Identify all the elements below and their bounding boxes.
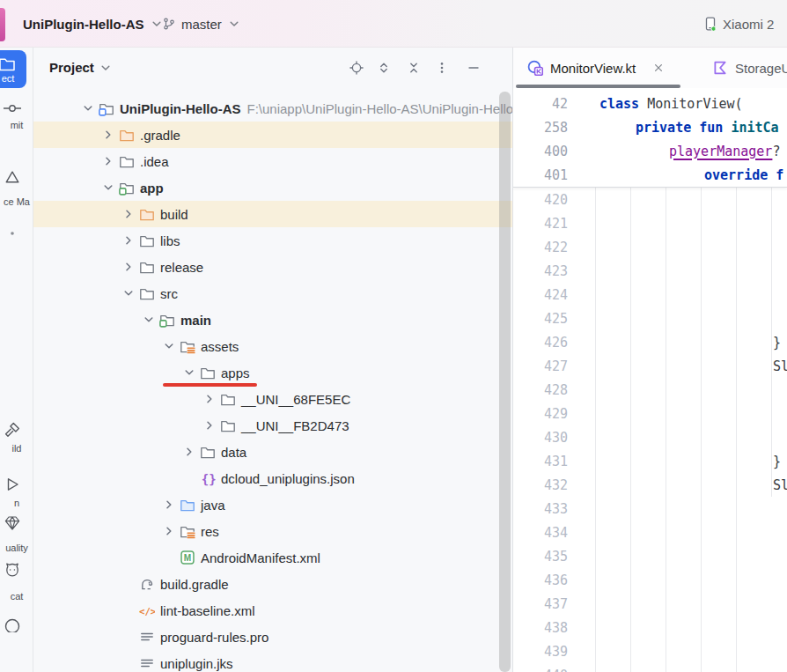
code-line-421[interactable]: 421: [513, 211, 787, 235]
tree-row-UniPlugin-Hello-AS[interactable]: UniPlugin-Hello-ASF:\uniapp\UniPlugin-He…: [33, 95, 512, 122]
editor-tab-MonitorView.kt[interactable]: MonitorView.kt: [515, 48, 666, 88]
tree-row-assets[interactable]: assets: [33, 333, 512, 359]
line-number[interactable]: 432: [513, 477, 568, 493]
code-line-401[interactable]: 401override f: [513, 163, 787, 187]
editor-tab-StorageUtils.k[interactable]: StorageUtils.k: [700, 48, 787, 88]
chevron-collapsed-icon[interactable]: [121, 260, 136, 274]
line-number[interactable]: 439: [513, 644, 568, 660]
code-line-400[interactable]: 400playerManager?: [513, 139, 787, 163]
tree-row-res[interactable]: res: [33, 518, 512, 544]
line-number[interactable]: 420: [513, 192, 568, 208]
line-number[interactable]: 421: [513, 216, 568, 232]
code-line-422[interactable]: 422: [513, 235, 787, 259]
code-line-258[interactable]: 258private fun initCa: [513, 115, 787, 139]
tree-row-.gradle[interactable]: .gradle: [33, 122, 512, 148]
panel-options-button[interactable]: [435, 61, 449, 75]
chevron-collapsed-icon[interactable]: [101, 154, 115, 168]
line-number[interactable]: 428: [513, 382, 568, 398]
tree-row-lint-baseline.xml[interactable]: </>lint-baseline.xml: [33, 597, 512, 624]
chevron-expanded-icon[interactable]: [121, 286, 136, 300]
line-number[interactable]: 426: [513, 335, 568, 351]
tree-row-main[interactable]: main: [33, 306, 512, 333]
chevron-expanded-icon[interactable]: [162, 339, 176, 353]
line-number[interactable]: 430: [513, 430, 568, 446]
branch-selector[interactable]: master: [162, 0, 241, 48]
code-line-42[interactable]: 42class MonitorView(: [513, 92, 787, 115]
chevron-collapsed-icon[interactable]: [162, 498, 176, 512]
tree-row-java[interactable]: java: [33, 491, 512, 518]
line-number[interactable]: 429: [513, 406, 568, 422]
line-number[interactable]: 401: [513, 167, 568, 183]
stripe-item-project[interactable]: ect: [0, 50, 26, 88]
line-number[interactable]: 425: [513, 311, 568, 327]
collapse-all-button[interactable]: [407, 61, 421, 75]
code-line-436[interactable]: 436: [513, 568, 787, 592]
line-number[interactable]: 438: [513, 620, 568, 636]
editor-body[interactable]: 420421422423424425426}427Sl428429430431}…: [513, 188, 787, 672]
code-line-426[interactable]: 426}: [513, 330, 787, 354]
chevron-collapsed-icon[interactable]: [202, 418, 217, 432]
line-number[interactable]: 422: [513, 240, 568, 255]
tree-row-.idea[interactable]: .idea: [33, 148, 512, 174]
chevron-collapsed-icon[interactable]: [101, 128, 115, 142]
code-line-427[interactable]: 427Sl: [513, 354, 787, 378]
chevron-collapsed-icon[interactable]: [121, 233, 136, 247]
line-number[interactable]: 424: [513, 287, 568, 303]
chevron-expanded-icon[interactable]: [182, 366, 196, 380]
chevron-collapsed-icon[interactable]: [121, 207, 136, 221]
code-line-439[interactable]: 439: [513, 639, 787, 663]
chevron-collapsed-icon[interactable]: [162, 524, 176, 538]
line-number[interactable]: 431: [513, 454, 568, 469]
code-line-431[interactable]: 431}: [513, 449, 787, 473]
chevron-expanded-icon[interactable]: [101, 181, 115, 195]
chevron-collapsed-icon[interactable]: [202, 392, 217, 406]
close-tab-icon[interactable]: [651, 61, 666, 75]
tree-row-src[interactable]: src: [33, 280, 512, 306]
code-line-424[interactable]: 424: [513, 283, 787, 306]
line-number[interactable]: 400: [513, 144, 568, 159]
code-line-420[interactable]: 420: [513, 188, 787, 211]
tree-row-AndroidManifest.xml[interactable]: MAndroidManifest.xml: [33, 544, 512, 571]
line-number[interactable]: 433: [513, 501, 568, 517]
tree-row-app[interactable]: app: [33, 174, 512, 201]
tree-row-build[interactable]: build: [33, 201, 512, 227]
code-line-430[interactable]: 430: [513, 425, 787, 449]
tree-row-libs[interactable]: libs: [33, 227, 512, 254]
code-line-434[interactable]: 434: [513, 521, 787, 544]
code-line-428[interactable]: 428: [513, 378, 787, 402]
code-line-423[interactable]: 423: [513, 259, 787, 283]
line-number[interactable]: 427: [513, 358, 568, 374]
line-number[interactable]: 440: [513, 668, 568, 672]
tree-row-build.gradle[interactable]: build.gradle: [33, 571, 512, 597]
code-line-432[interactable]: 432Sl: [513, 473, 787, 497]
code-line-438[interactable]: 438: [513, 616, 787, 639]
tree-row-__UNI__FB2D473[interactable]: __UNI__FB2D473: [33, 412, 512, 439]
locate-file-button[interactable]: [349, 61, 364, 75]
line-number[interactable]: 434: [513, 525, 568, 541]
expand-all-button[interactable]: [377, 61, 391, 75]
tree-row-__UNI__68FE5EC[interactable]: __UNI__68FE5EC: [33, 386, 512, 412]
project-panel-title[interactable]: Project: [49, 60, 113, 75]
hide-panel-button[interactable]: [467, 61, 481, 75]
code-line-440[interactable]: 440: [513, 663, 787, 672]
line-number[interactable]: 437: [513, 596, 568, 612]
line-number[interactable]: 42: [513, 96, 568, 112]
line-number[interactable]: 258: [513, 120, 568, 136]
tree-row-apps[interactable]: apps: [33, 359, 512, 386]
tree-row-data[interactable]: data: [33, 439, 512, 465]
chevron-collapsed-icon[interactable]: [182, 445, 196, 459]
code-line-435[interactable]: 435: [513, 544, 787, 568]
code-line-429[interactable]: 429: [513, 402, 787, 425]
code-line-433[interactable]: 433: [513, 497, 787, 521]
device-selector[interactable]: Xiaomi 2: [703, 0, 774, 48]
project-selector[interactable]: UniPlugin-Hello-AS: [23, 0, 164, 48]
chevron-expanded-icon[interactable]: [81, 101, 95, 115]
tree-row-uniplugin.jks[interactable]: uniplugin.jks: [33, 650, 512, 672]
tree-row-proguard-rules.pro[interactable]: proguard-rules.pro: [33, 624, 512, 650]
tree-row-dcloud_uniplugins.json[interactable]: {}dcloud_uniplugins.json: [33, 465, 512, 491]
chevron-expanded-icon[interactable]: [142, 313, 156, 327]
line-number[interactable]: 436: [513, 572, 568, 588]
project-scrollbar[interactable]: [499, 92, 511, 672]
line-number[interactable]: 435: [513, 549, 568, 565]
line-number[interactable]: 423: [513, 263, 568, 279]
